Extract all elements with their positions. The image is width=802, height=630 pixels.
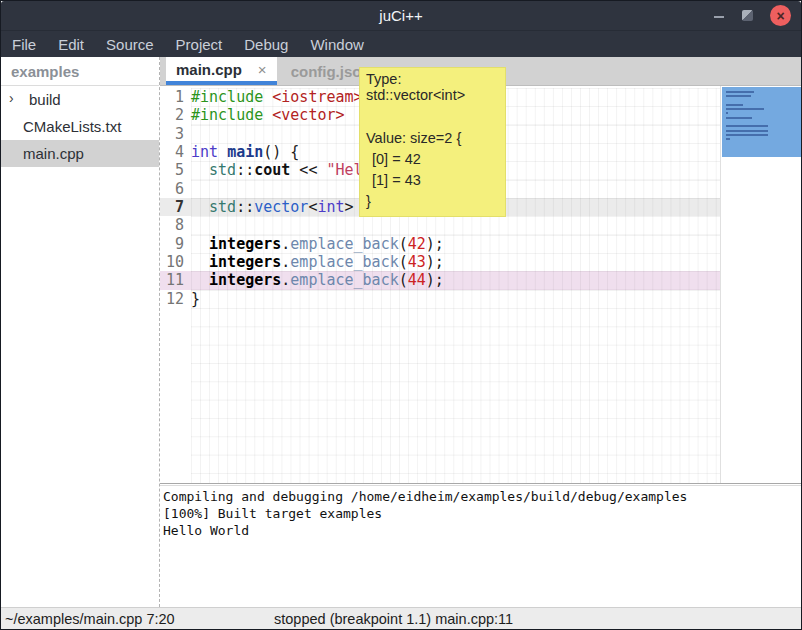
file-tree-sidebar: examples › build CMakeLists.txt main.cpp xyxy=(1,57,160,607)
minimap-viewport[interactable] xyxy=(722,87,801,157)
tree-item-label: main.cpp xyxy=(23,145,84,162)
tooltip-value-line: } xyxy=(366,191,499,212)
restore-icon[interactable] xyxy=(742,10,753,21)
code-text xyxy=(191,308,720,483)
close-icon[interactable]: × xyxy=(770,5,791,26)
tooltip-value-line: [0] = 42 xyxy=(366,149,499,170)
minimap-code-line xyxy=(726,108,764,110)
line-number[interactable]: 12 xyxy=(160,290,191,308)
minimap-code-line xyxy=(726,125,768,127)
tab-close-icon[interactable]: × xyxy=(258,61,267,78)
code-text: integers.emplace_back(43); xyxy=(191,253,720,271)
code-empty-area[interactable] xyxy=(160,308,720,483)
tab-label: main.cpp xyxy=(176,61,242,78)
line-number[interactable]: 8 xyxy=(160,216,191,234)
minimap[interactable] xyxy=(720,86,801,483)
line-number[interactable]: 2 xyxy=(160,106,191,124)
window-controls: × xyxy=(713,1,791,30)
tree-item-maincpp[interactable]: main.cpp xyxy=(1,140,159,167)
minimap-code-line xyxy=(726,130,768,132)
gutter xyxy=(160,308,191,483)
tooltip-type-line: Type: std::vector<int> xyxy=(366,71,499,103)
code-text: integers.emplace_back(44); xyxy=(191,271,720,289)
menu-bar: File Edit Source Project Debug Window xyxy=(1,30,801,57)
line-number[interactable]: 5 xyxy=(160,161,191,179)
tab-maincpp[interactable]: main.cpp × xyxy=(166,57,277,85)
code-line[interactable]: 9 integers.emplace_back(42); xyxy=(160,235,720,253)
terminal-line: Hello World xyxy=(163,522,801,539)
minimap-code-line xyxy=(726,112,728,114)
line-number[interactable]: 11 xyxy=(160,271,191,289)
line-number[interactable]: 1 xyxy=(160,88,191,106)
minimap-code-line xyxy=(726,91,754,93)
minimap-code-line xyxy=(726,138,730,140)
title-bar: juCi++ × xyxy=(1,1,801,30)
tooltip-value-line: Value: size=2 { xyxy=(366,128,499,149)
status-debug-state: stopped (breakpoint 1.1) main.cpp:11 xyxy=(274,611,513,627)
app-window: juCi++ × File Edit Source Project Debug … xyxy=(0,0,802,630)
line-number[interactable]: 6 xyxy=(160,180,191,198)
tooltip-value-line: [1] = 43 xyxy=(366,170,499,191)
menu-file[interactable]: File xyxy=(1,31,47,58)
minimap-code-line xyxy=(726,95,751,97)
code-line[interactable]: 11 integers.emplace_back(44); xyxy=(160,271,720,289)
line-number[interactable]: 4 xyxy=(160,143,191,161)
menu-debug[interactable]: Debug xyxy=(233,31,299,58)
code-text xyxy=(191,216,720,234)
tree-item-build[interactable]: › build xyxy=(1,86,159,113)
line-number[interactable]: 9 xyxy=(160,235,191,253)
status-bar: ~/examples/main.cpp 7:20 stopped (breakp… xyxy=(1,607,801,629)
line-number[interactable]: 7 xyxy=(160,198,191,216)
line-number[interactable]: 3 xyxy=(160,125,191,143)
tree-item-label: build xyxy=(29,91,61,108)
menu-project[interactable]: Project xyxy=(165,31,234,58)
menu-edit[interactable]: Edit xyxy=(47,31,95,58)
window-title: juCi++ xyxy=(1,7,801,24)
debug-value-tooltip: Type: std::vector<int> Value: size=2 { [… xyxy=(359,67,506,217)
code-line[interactable]: 12} xyxy=(160,290,720,308)
code-text: } xyxy=(191,290,720,308)
menu-source[interactable]: Source xyxy=(95,31,165,58)
minimap-code-line xyxy=(726,134,768,136)
menu-window[interactable]: Window xyxy=(299,31,374,58)
terminal-output[interactable]: Compiling and debugging /home/eidheim/ex… xyxy=(160,486,801,607)
chevron-right-icon[interactable]: › xyxy=(9,90,14,106)
minimap-code-line xyxy=(726,117,752,119)
terminal-line: Compiling and debugging /home/eidheim/ex… xyxy=(163,488,801,505)
code-line[interactable]: 10 integers.emplace_back(43); xyxy=(160,253,720,271)
terminal-line: [100%] Built target examples xyxy=(163,505,801,522)
status-file-location: ~/examples/main.cpp 7:20 xyxy=(1,611,175,627)
line-number[interactable]: 10 xyxy=(160,253,191,271)
minimize-icon[interactable] xyxy=(713,1,725,30)
code-text: integers.emplace_back(42); xyxy=(191,235,720,253)
tree-item-cmakelists[interactable]: CMakeLists.txt xyxy=(1,113,159,140)
project-folder-label: examples xyxy=(1,57,159,86)
minimap-code-line xyxy=(726,104,743,106)
code-line[interactable]: 8 xyxy=(160,216,720,234)
tree-item-label: CMakeLists.txt xyxy=(23,118,121,135)
